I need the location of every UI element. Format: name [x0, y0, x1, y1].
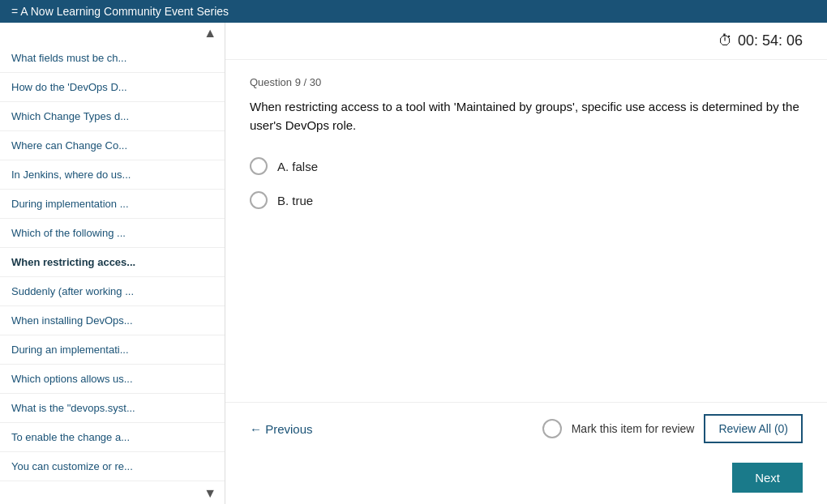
sidebar-item-14[interactable]: You can customize or re... [0, 452, 225, 481]
scroll-down-button[interactable]: ▼ [0, 483, 225, 504]
content-area: ⏱ 00: 54: 06 Question 9 / 30 When restri… [225, 23, 827, 504]
previous-button[interactable]: ← Previous [250, 422, 313, 436]
radio-a[interactable] [250, 157, 268, 175]
next-area: Next [225, 463, 827, 504]
sidebar-item-3[interactable]: Where can Change Co... [0, 131, 225, 160]
option-a[interactable]: A. false [250, 157, 803, 175]
radio-b[interactable] [250, 191, 268, 209]
sidebar-item-7[interactable]: When restricting acces... [0, 248, 225, 277]
sidebar-item-6[interactable]: Which of the following ... [0, 219, 225, 248]
timer-icon: ⏱ [718, 32, 733, 49]
option-b-label: B. true [277, 194, 313, 207]
main-container: ▲ What fields must be ch...How do the 'D… [0, 23, 827, 504]
sidebar-item-2[interactable]: Which Change Types d... [0, 102, 225, 131]
sidebar-item-11[interactable]: Which options allows us... [0, 365, 225, 394]
sidebar-item-5[interactable]: During implementation ... [0, 190, 225, 219]
question-number: Question 9 / 30 [250, 76, 803, 88]
chevron-up-icon: ▲ [204, 26, 216, 40]
sidebar-items-list: What fields must be ch...How do the 'Dev… [0, 44, 225, 483]
chevron-down-icon: ▼ [204, 486, 216, 500]
review-label: Mark this item for review [572, 422, 695, 435]
top-bar: = A Now Learning Community Event Series [0, 0, 827, 23]
timer-value: 00: 54: 06 [738, 32, 803, 49]
sidebar-item-12[interactable]: What is the "devops.syst... [0, 394, 225, 423]
sidebar-item-8[interactable]: Suddenly (after working ... [0, 277, 225, 306]
sidebar-item-9[interactable]: When installing DevOps... [0, 306, 225, 335]
sidebar-scroll-area: ▲ What fields must be ch...How do the 'D… [0, 23, 225, 504]
top-bar-title: = A Now Learning Community Event Series [11, 5, 229, 18]
sidebar: ▲ What fields must be ch...How do the 'D… [0, 23, 225, 504]
timer: ⏱ 00: 54: 06 [718, 32, 803, 49]
footer-bar: ← Previous Mark this item for review Rev… [225, 402, 827, 455]
review-section: Mark this item for review Review All (0) [542, 414, 803, 443]
review-all-button[interactable]: Review All (0) [704, 414, 803, 443]
question-text: When restricting access to a tool with '… [250, 98, 803, 135]
content-header: ⏱ 00: 54: 06 [225, 23, 827, 60]
sidebar-item-0[interactable]: What fields must be ch... [0, 44, 225, 73]
review-circle[interactable] [542, 419, 562, 438]
option-a-label: A. false [277, 160, 318, 173]
scroll-up-button[interactable]: ▲ [0, 23, 225, 44]
sidebar-item-4[interactable]: In Jenkins, where do us... [0, 160, 225, 190]
next-button[interactable]: Next [732, 463, 803, 493]
sidebar-item-1[interactable]: How do the 'DevOps D... [0, 73, 225, 102]
sidebar-item-13[interactable]: To enable the change a... [0, 423, 225, 452]
question-area: Question 9 / 30 When restricting access … [225, 60, 827, 402]
option-b[interactable]: B. true [250, 191, 803, 209]
sidebar-item-10[interactable]: During an implementati... [0, 335, 225, 365]
